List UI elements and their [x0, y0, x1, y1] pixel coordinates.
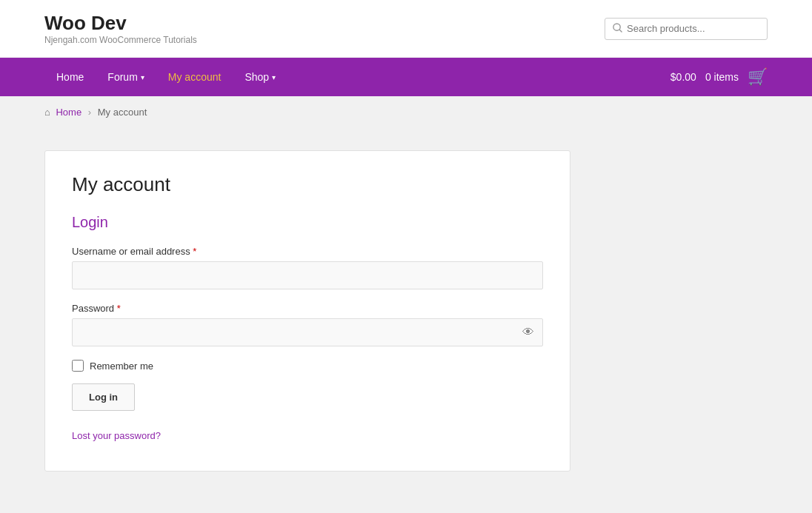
breadcrumb-sep: › [88, 107, 91, 118]
search-box[interactable] [605, 18, 768, 40]
nav-myaccount[interactable]: My account [156, 58, 233, 96]
main-content: My account Login Username or email addre… [0, 128, 812, 498]
cart-items: 0 items [705, 71, 739, 83]
svg-line-1 [619, 30, 622, 32]
site-nav: Home Forum ▾ My account Shop ▾ $0.00 0 i… [0, 58, 812, 96]
site-subtitle: Njengah.com WooCommerce Tutorials [44, 35, 197, 45]
account-card: My account Login Username or email addre… [44, 150, 570, 472]
login-button[interactable]: Log in [72, 383, 135, 411]
username-group: Username or email address * [72, 246, 543, 289]
page-title: My account [72, 173, 543, 196]
password-input[interactable] [72, 318, 543, 346]
remember-label: Remember me [90, 361, 153, 372]
home-icon: ⌂ [44, 107, 50, 118]
username-input[interactable] [72, 261, 543, 289]
required-star: * [193, 246, 196, 257]
breadcrumb: ⌂ Home › My account [0, 96, 812, 128]
password-wrap: 👁 [72, 318, 543, 346]
site-title: Woo Dev [44, 12, 197, 35]
cart-price: $0.00 [670, 71, 696, 83]
nav-forum[interactable]: Forum ▾ [96, 58, 156, 96]
nav-left: Home Forum ▾ My account Shop ▾ [44, 58, 287, 96]
search-icon [613, 23, 622, 35]
lost-password-link[interactable]: Lost your password? [72, 430, 543, 441]
username-label: Username or email address * [72, 246, 543, 257]
password-label: Password * [72, 303, 543, 314]
password-group: Password * 👁 [72, 303, 543, 346]
breadcrumb-current: My account [98, 107, 147, 118]
breadcrumb-home[interactable]: Home [56, 107, 81, 118]
nav-home[interactable]: Home [44, 58, 96, 96]
toggle-password-icon[interactable]: 👁 [522, 326, 534, 339]
site-branding: Woo Dev Njengah.com WooCommerce Tutorial… [44, 12, 197, 45]
cart-icon[interactable]: 🛒 [748, 67, 768, 87]
login-title: Login [72, 214, 543, 231]
nav-right: $0.00 0 items 🛒 [670, 67, 768, 87]
remember-checkbox[interactable] [72, 360, 84, 372]
chevron-down-icon: ▾ [272, 73, 276, 81]
nav-shop[interactable]: Shop ▾ [233, 58, 287, 96]
remember-row: Remember me [72, 360, 543, 372]
site-header: Woo Dev Njengah.com WooCommerce Tutorial… [0, 0, 812, 58]
search-input[interactable] [627, 23, 759, 34]
required-star-password: * [117, 303, 121, 314]
chevron-down-icon: ▾ [141, 73, 144, 81]
